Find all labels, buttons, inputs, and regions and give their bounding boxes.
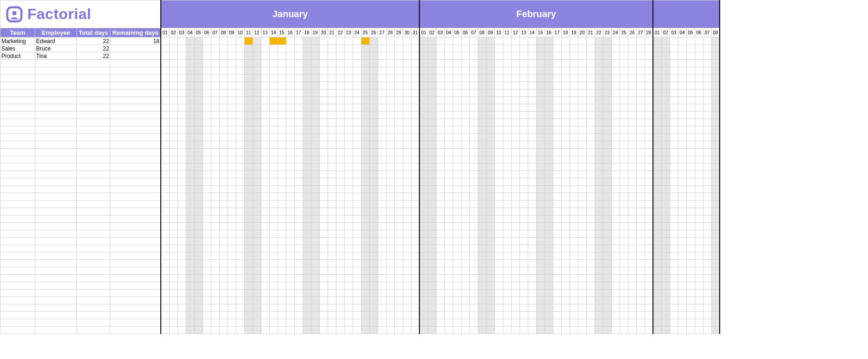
calendar-cell[interactable] [419, 282, 428, 290]
calendar-cell[interactable] [419, 312, 428, 319]
calendar-cell[interactable] [570, 297, 578, 304]
calendar-cell[interactable] [336, 223, 344, 230]
calendar-cell[interactable] [511, 327, 520, 334]
calendar-cell[interactable] [528, 215, 536, 223]
calendar-cell[interactable] [419, 52, 428, 60]
calendar-cell[interactable] [369, 327, 378, 334]
calendar-cell[interactable] [211, 164, 219, 171]
calendar-cell[interactable] [436, 267, 444, 275]
calendar-cell[interactable] [194, 304, 203, 312]
calendar-cell[interactable] [511, 149, 520, 156]
calendar-cell[interactable] [628, 282, 636, 290]
calendar-cell[interactable] [444, 171, 453, 178]
calendar-cell[interactable] [161, 193, 169, 201]
calendar-cell[interactable] [494, 126, 503, 134]
calendar-cell[interactable] [553, 275, 561, 282]
calendar-cell[interactable] [603, 141, 611, 149]
calendar-cell[interactable] [444, 104, 453, 112]
calendar-cell[interactable] [570, 164, 578, 171]
calendar-cell[interactable] [661, 60, 670, 67]
calendar-cell[interactable] [670, 260, 678, 267]
calendar-cell[interactable] [711, 215, 720, 223]
calendar-cell[interactable] [228, 97, 236, 104]
calendar-cell[interactable] [695, 319, 703, 327]
calendar-cell[interactable] [378, 260, 386, 267]
calendar-cell[interactable] [428, 223, 436, 230]
calendar-cell[interactable] [286, 141, 294, 149]
calendar-cell[interactable] [244, 275, 253, 282]
calendar-cell[interactable] [695, 67, 703, 75]
calendar-cell[interactable] [278, 67, 286, 75]
calendar-cell[interactable] [236, 319, 244, 327]
calendar-cell[interactable] [236, 156, 244, 164]
calendar-cell[interactable] [344, 164, 353, 171]
calendar-cell[interactable] [636, 275, 645, 282]
calendar-cell[interactable] [486, 171, 494, 178]
calendar-cell[interactable] [570, 260, 578, 267]
calendar-cell[interactable] [536, 75, 545, 82]
calendar-cell[interactable] [286, 260, 294, 267]
calendar-cell[interactable] [411, 104, 419, 112]
calendar-cell[interactable] [403, 156, 411, 164]
calendar-cell[interactable] [561, 45, 570, 52]
cell-remaining[interactable] [110, 230, 161, 238]
calendar-cell[interactable] [611, 52, 620, 60]
calendar-cell[interactable] [670, 267, 678, 275]
calendar-cell[interactable] [303, 290, 311, 297]
calendar-cell[interactable] [186, 304, 194, 312]
calendar-cell[interactable] [444, 282, 453, 290]
calendar-cell[interactable] [386, 223, 394, 230]
calendar-cell[interactable] [520, 52, 528, 60]
calendar-cell[interactable] [695, 52, 703, 60]
calendar-cell[interactable] [253, 104, 261, 112]
calendar-cell[interactable] [211, 60, 219, 67]
calendar-cell[interactable] [536, 319, 545, 327]
calendar-cell[interactable] [244, 282, 253, 290]
calendar-cell[interactable] [570, 193, 578, 201]
calendar-cell[interactable] [244, 171, 253, 178]
calendar-cell[interactable] [394, 171, 403, 178]
calendar-cell[interactable] [653, 149, 661, 156]
calendar-cell[interactable] [511, 230, 520, 238]
calendar-cell[interactable] [386, 38, 394, 45]
calendar-cell[interactable] [645, 208, 653, 215]
calendar-cell[interactable] [211, 319, 219, 327]
calendar-cell[interactable] [344, 312, 353, 319]
calendar-cell[interactable] [444, 45, 453, 52]
calendar-cell[interactable] [419, 230, 428, 238]
cell-remaining[interactable] [110, 304, 161, 312]
calendar-cell[interactable] [328, 178, 336, 186]
calendar-cell[interactable] [636, 201, 645, 208]
calendar-cell[interactable] [194, 193, 203, 201]
calendar-cell[interactable] [394, 38, 403, 45]
calendar-cell[interactable] [419, 238, 428, 245]
calendar-cell[interactable] [711, 89, 720, 97]
calendar-cell[interactable] [369, 193, 378, 201]
calendar-cell[interactable] [545, 52, 553, 60]
cell-total[interactable] [77, 178, 110, 186]
calendar-cell[interactable] [645, 97, 653, 104]
calendar-cell[interactable] [219, 119, 228, 126]
calendar-cell[interactable] [253, 112, 261, 119]
calendar-cell[interactable] [553, 149, 561, 156]
calendar-cell[interactable] [620, 97, 628, 104]
calendar-cell[interactable] [203, 260, 211, 267]
calendar-cell[interactable] [561, 297, 570, 304]
calendar-cell[interactable] [469, 60, 478, 67]
calendar-cell[interactable] [403, 238, 411, 245]
calendar-cell[interactable] [311, 297, 319, 304]
calendar-cell[interactable] [344, 178, 353, 186]
calendar-cell[interactable] [670, 290, 678, 297]
calendar-cell[interactable] [636, 112, 645, 119]
calendar-cell[interactable] [653, 282, 661, 290]
calendar-cell[interactable] [311, 38, 319, 45]
calendar-cell[interactable] [294, 60, 303, 67]
cell-remaining[interactable] [110, 290, 161, 297]
calendar-cell[interactable] [303, 304, 311, 312]
calendar-cell[interactable] [511, 82, 520, 89]
calendar-cell[interactable] [586, 319, 595, 327]
calendar-cell[interactable] [261, 245, 269, 252]
calendar-cell[interactable] [286, 178, 294, 186]
calendar-cell[interactable] [411, 275, 419, 282]
calendar-cell[interactable] [403, 112, 411, 119]
